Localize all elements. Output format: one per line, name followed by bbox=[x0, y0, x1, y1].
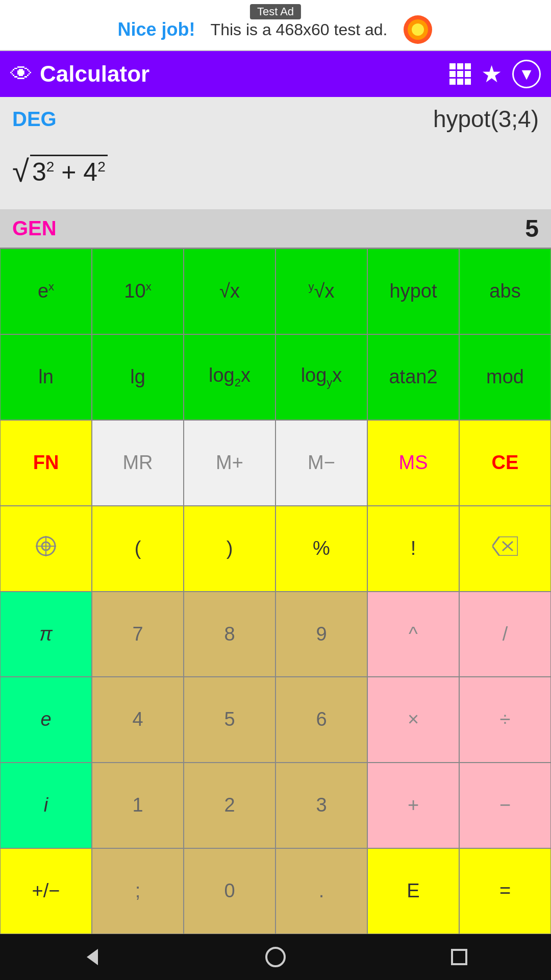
btn-backspace[interactable] bbox=[459, 506, 551, 592]
calculator-display: DEG hypot(3;4) √ 32 + 42 bbox=[0, 97, 551, 209]
chevron-down-icon[interactable]: ▼ bbox=[512, 60, 541, 88]
btn-ten-pow[interactable]: 10x bbox=[92, 249, 184, 334]
btn-negate[interactable]: +/− bbox=[0, 848, 92, 934]
btn-4[interactable]: 4 bbox=[92, 677, 184, 763]
btn-exp[interactable]: ex bbox=[0, 249, 92, 334]
ad-brand-icon bbox=[403, 14, 433, 45]
btn-slash[interactable]: / bbox=[459, 592, 551, 677]
crosshair-icon bbox=[35, 535, 57, 557]
recent-icon bbox=[447, 945, 471, 969]
math-expression: √ 32 + 42 bbox=[12, 148, 539, 194]
btn-power[interactable]: ^ bbox=[367, 592, 459, 677]
btn-lg[interactable]: lg bbox=[92, 334, 184, 420]
btn-pi[interactable]: π bbox=[0, 592, 92, 677]
ad-label: Test Ad bbox=[250, 4, 301, 19]
gen-row: GEN 5 bbox=[0, 209, 551, 248]
ad-banner: Test Ad Nice job! This is a 468x60 test … bbox=[0, 0, 551, 51]
nav-recent-button[interactable] bbox=[441, 939, 477, 975]
btn-percent[interactable]: % bbox=[276, 506, 367, 592]
btn-div-sign[interactable]: ÷ bbox=[459, 677, 551, 763]
expression-text: hypot(3;4) bbox=[433, 105, 539, 133]
btn-log2[interactable]: log2x bbox=[184, 334, 276, 420]
nav-home-button[interactable] bbox=[258, 939, 293, 975]
grid-icon[interactable] bbox=[449, 63, 471, 85]
backspace-icon bbox=[492, 536, 518, 556]
calc-row-1: ex 10x √x y√x hypot abs bbox=[0, 249, 551, 334]
gen-number: 5 bbox=[525, 214, 539, 242]
svg-marker-7 bbox=[492, 536, 518, 556]
btn-2[interactable]: 2 bbox=[184, 763, 276, 848]
btn-fn[interactable]: FN bbox=[0, 420, 92, 506]
sqrt-symbol: √ bbox=[12, 156, 29, 187]
btn-lparen[interactable]: ( bbox=[92, 506, 184, 592]
btn-5[interactable]: 5 bbox=[184, 677, 276, 763]
btn-semicolon[interactable]: ; bbox=[92, 848, 184, 934]
btn-ce[interactable]: CE bbox=[459, 420, 551, 506]
calc-row-5: π 7 8 9 ^ / bbox=[0, 592, 551, 677]
btn-6[interactable]: 6 bbox=[276, 677, 367, 763]
eye-icon: 👁 bbox=[10, 61, 33, 87]
calculator-grid: ex 10x √x y√x hypot abs ln lg log2x logy… bbox=[0, 248, 551, 934]
btn-mr[interactable]: MR bbox=[92, 420, 184, 506]
btn-7[interactable]: 7 bbox=[92, 592, 184, 677]
btn-dot[interactable]: . bbox=[276, 848, 367, 934]
back-icon bbox=[80, 945, 104, 969]
btn-euler[interactable]: e bbox=[0, 677, 92, 763]
btn-1[interactable]: 1 bbox=[92, 763, 184, 848]
angle-mode: DEG bbox=[12, 108, 57, 131]
calc-row-6: e 4 5 6 × ÷ bbox=[0, 677, 551, 763]
sqrt-content: 32 + 42 bbox=[30, 155, 108, 187]
btn-logy[interactable]: logyx bbox=[276, 334, 367, 420]
calc-row-2: ln lg log2x logyx atan2 mod bbox=[0, 334, 551, 420]
star-icon[interactable]: ★ bbox=[481, 60, 502, 88]
btn-minus[interactable]: − bbox=[459, 763, 551, 848]
btn-mod[interactable]: mod bbox=[459, 334, 551, 420]
svg-marker-10 bbox=[87, 949, 98, 965]
header-icons: ★ ▼ bbox=[449, 60, 541, 88]
btn-mplus[interactable]: M+ bbox=[184, 420, 276, 506]
app-header: 👁 Calculator ★ ▼ bbox=[0, 51, 551, 97]
btn-rparen[interactable]: ) bbox=[184, 506, 276, 592]
gen-label: GEN bbox=[12, 217, 57, 240]
bottom-navigation bbox=[0, 934, 551, 980]
rendered-math: √ 32 + 42 bbox=[12, 155, 108, 188]
nav-back-button[interactable] bbox=[74, 939, 110, 975]
btn-8[interactable]: 8 bbox=[184, 592, 276, 677]
home-icon bbox=[263, 945, 288, 969]
btn-ms[interactable]: MS bbox=[367, 420, 459, 506]
ad-description: This is a 468x60 test ad. bbox=[211, 20, 388, 39]
btn-target[interactable] bbox=[0, 506, 92, 592]
app-title: Calculator bbox=[40, 61, 449, 87]
svg-point-2 bbox=[412, 23, 424, 36]
btn-abs[interactable]: abs bbox=[459, 249, 551, 334]
calc-row-8: +/− ; 0 . E = bbox=[0, 848, 551, 934]
btn-plus[interactable]: + bbox=[367, 763, 459, 848]
btn-9[interactable]: 9 bbox=[276, 592, 367, 677]
btn-3[interactable]: 3 bbox=[276, 763, 367, 848]
ad-nice-text: Nice job! bbox=[118, 19, 195, 40]
btn-nth-root[interactable]: y√x bbox=[276, 249, 367, 334]
btn-atan2[interactable]: atan2 bbox=[367, 334, 459, 420]
btn-imaginary[interactable]: i bbox=[0, 763, 92, 848]
btn-mminus[interactable]: M− bbox=[276, 420, 367, 506]
calc-row-7: i 1 2 3 + − bbox=[0, 763, 551, 848]
btn-sci-e[interactable]: E bbox=[367, 848, 459, 934]
calc-row-3: FN MR M+ M− MS CE bbox=[0, 420, 551, 506]
svg-rect-12 bbox=[452, 950, 466, 964]
btn-factorial[interactable]: ! bbox=[367, 506, 459, 592]
btn-0[interactable]: 0 bbox=[184, 848, 276, 934]
calc-row-4: ( ) % ! bbox=[0, 506, 551, 592]
btn-equals[interactable]: = bbox=[459, 848, 551, 934]
btn-hypot[interactable]: hypot bbox=[367, 249, 459, 334]
btn-ln[interactable]: ln bbox=[0, 334, 92, 420]
svg-point-11 bbox=[266, 948, 285, 966]
btn-sqrt[interactable]: √x bbox=[184, 249, 276, 334]
btn-multiply[interactable]: × bbox=[367, 677, 459, 763]
